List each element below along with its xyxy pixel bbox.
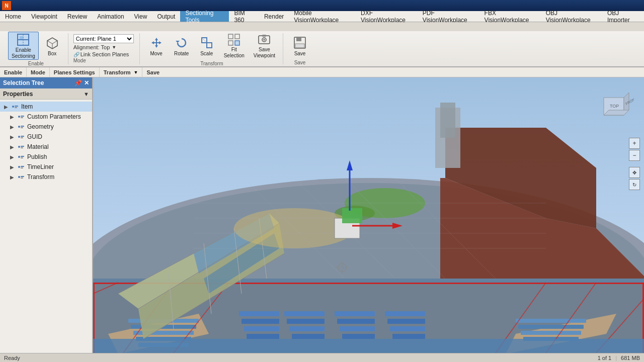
svg-rect-20 — [296, 37, 301, 41]
secondary-transform-group: Transform ▼ — [104, 67, 143, 77]
material-expand-icon[interactable]: ▶ — [10, 144, 17, 150]
svg-line-10 — [202, 38, 207, 43]
secondary-transform-label: Transform — [104, 69, 131, 75]
menu-item-fbx-visionworkplace[interactable]: FBX VisionWorkplace — [479, 11, 541, 22]
material-icon — [17, 143, 25, 151]
menu-item-render[interactable]: Render — [259, 11, 289, 22]
secondary-enable-group: Enable — [4, 67, 27, 77]
secondary-mode-group: Mode — [31, 67, 50, 77]
timeliner-expand-icon[interactable]: ▶ — [10, 164, 17, 170]
tree-item-label-material: Material — [27, 143, 49, 150]
nav-orbit[interactable]: ↻ — [629, 179, 640, 190]
menu-item-dxf-visionworkplace[interactable]: DXF VisionWorkplace — [356, 11, 418, 22]
save-viewpoint-button[interactable]: Save Viewpoint — [250, 32, 279, 60]
svg-rect-58 — [239, 311, 279, 316]
svg-rect-38 — [21, 156, 24, 157]
secondary-planes-label: Planes Settings — [54, 69, 95, 75]
menu-item-animation[interactable]: Animation — [92, 11, 129, 22]
ribbon-content: Enable Sectioning Box Enable — [0, 31, 644, 66]
app-logo: N — [2, 1, 11, 10]
ribbon-group-mode: Current: Plane 1 Alignment: Top ▼ 🔗 Link… — [69, 33, 140, 64]
tree-item-material[interactable]: ▶ Material — [0, 142, 92, 152]
menu-item-sectioning-tools[interactable]: Sectioning Tools — [180, 11, 229, 22]
tree-item-timeliner[interactable]: ▶ TimeLiner — [0, 162, 92, 172]
svg-point-17 — [263, 39, 265, 41]
nav-cube[interactable]: TOP FRONT — [594, 87, 634, 128]
fit-selection-label: Fit Selection — [224, 47, 245, 59]
transform-expand-icon[interactable]: ▶ — [10, 174, 17, 180]
tree-item-item[interactable]: ▶ Item — [0, 102, 92, 112]
nav-zoom-out[interactable]: − — [629, 150, 640, 161]
box-icon — [44, 35, 60, 51]
menu-item-view[interactable]: View — [129, 11, 152, 22]
tree-item-geometry[interactable]: ▶ Geometry — [0, 122, 92, 132]
geometry-expand-icon[interactable]: ▶ — [10, 124, 17, 130]
plane-select[interactable]: Current: Plane 1 — [73, 34, 134, 43]
viewport[interactable]: TOP FRONT + − ✥ ↻ — [93, 77, 644, 353]
tree-item-label-publish: Publish — [27, 153, 47, 160]
menu-item-mobile-visionworkplace[interactable]: Mobile VisionWorkplace — [289, 11, 356, 22]
svg-point-34 — [18, 146, 20, 148]
nav-zoom-in[interactable]: + — [629, 138, 640, 149]
menu-item-obj-importer[interactable]: OBJ Importer — [602, 11, 644, 22]
svg-rect-67 — [289, 326, 325, 331]
svg-text:TOP: TOP — [610, 104, 619, 109]
menu-item-obj-visionworkplace[interactable]: OBJ VisionWorkplace — [541, 11, 602, 22]
svg-rect-63 — [287, 319, 325, 324]
ribbon-secondary: Enable Mode Planes Settings Transform ▼ … — [0, 67, 644, 77]
properties-bar: Properties ▼ — [0, 88, 92, 100]
properties-dropdown-arrow[interactable]: ▼ — [84, 91, 89, 97]
svg-rect-73 — [392, 334, 425, 339]
menu-item-output[interactable]: Output — [152, 11, 180, 22]
menu-item-viewpoint[interactable]: Viewpoint — [26, 11, 62, 22]
scale-icon — [199, 35, 215, 51]
svg-rect-3 — [20, 36, 24, 39]
svg-rect-64 — [337, 319, 375, 324]
box-button[interactable]: Box — [41, 32, 64, 60]
svg-rect-36 — [21, 147, 23, 148]
enable-group-label: Enable — [28, 61, 44, 66]
svg-rect-70 — [247, 334, 279, 339]
guid-expand-icon[interactable]: ▶ — [10, 134, 17, 140]
guid-icon — [17, 133, 25, 141]
panel-close-icon[interactable]: ✕ — [84, 79, 89, 86]
svg-rect-75 — [516, 319, 586, 323]
menu-item-home[interactable]: Home — [0, 11, 26, 22]
save-icon — [292, 35, 308, 51]
rotate-button[interactable]: Rotate — [170, 32, 193, 60]
item-icon — [11, 103, 19, 111]
menu-item-pdf-visionworkplace[interactable]: PDF VisionWorkplace — [418, 11, 479, 22]
svg-point-25 — [18, 116, 20, 118]
svg-rect-60 — [335, 311, 375, 316]
transform-group-label: Transform — [200, 61, 223, 66]
svg-rect-45 — [21, 177, 23, 178]
enable-sectioning-button[interactable]: Enable Sectioning — [8, 32, 39, 60]
move-button[interactable]: Move — [145, 32, 168, 60]
scale-button[interactable]: Scale — [195, 32, 218, 60]
tree-item-transform[interactable]: ▶ Transform — [0, 172, 92, 182]
tree-item-label-timeliner: TimeLiner — [27, 163, 54, 170]
menu-item-review[interactable]: Review — [62, 11, 92, 22]
tree-item-guid[interactable]: ▶ GUID — [0, 132, 92, 142]
menu-item-bim-360[interactable]: BIM 360 — [229, 11, 259, 22]
item-expand-icon[interactable]: ▶ — [4, 104, 11, 110]
enable-sectioning-label: Enable Sectioning — [12, 47, 35, 59]
transform-dropdown-arrow[interactable]: ▼ — [134, 70, 138, 75]
svg-line-5 — [52, 41, 57, 44]
move-icon — [148, 35, 165, 51]
ribbon-group-enable: Enable Sectioning Box Enable — [4, 33, 68, 64]
publish-expand-icon[interactable]: ▶ — [10, 154, 17, 160]
fit-selection-button[interactable]: Fit Selection — [220, 32, 248, 60]
tree-item-publish[interactable]: ▶ Publish — [0, 152, 92, 162]
tree-item-label-item: Item — [21, 103, 33, 110]
nav-pan[interactable]: ✥ — [629, 167, 640, 178]
save-button[interactable]: Save — [288, 32, 311, 59]
panel-pin-icon[interactable]: 📌 — [74, 79, 82, 86]
svg-rect-42 — [21, 167, 23, 168]
svg-rect-77 — [521, 331, 581, 335]
rotate-icon — [174, 35, 190, 51]
svg-rect-76 — [518, 325, 584, 329]
link-section-planes[interactable]: 🔗 Link Section Planes — [73, 51, 135, 57]
tree-item-custom-parameters[interactable]: ▶ Custom Parameters — [0, 112, 92, 122]
custom-params-expand-icon[interactable]: ▶ — [10, 114, 17, 120]
